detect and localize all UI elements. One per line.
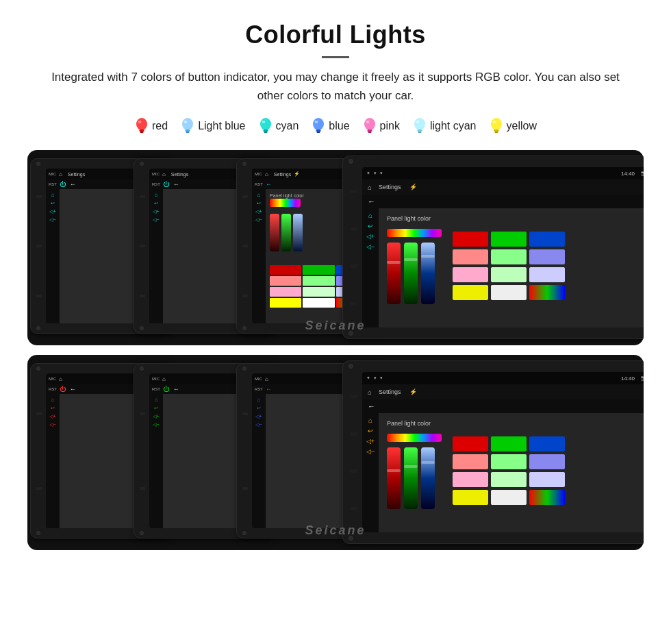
slider-handle-r8 xyxy=(387,469,401,472)
svg-rect-21 xyxy=(417,129,422,132)
title-divider xyxy=(322,56,349,58)
sb-vol2-1: ◁− xyxy=(49,217,55,223)
hw-btn-4-1 xyxy=(350,190,357,193)
sw4-lr xyxy=(453,249,488,264)
sw-lge xyxy=(303,287,334,297)
side-7: ⌂ ↩ ◁+ ◁− xyxy=(252,394,266,528)
sliders-area-8: Panel light color xyxy=(387,420,442,525)
sb2-home: ⌂ xyxy=(155,192,158,198)
slider-handle-g8 xyxy=(404,465,418,468)
color-item-cyan: cyan xyxy=(258,117,299,135)
settings-3: Settings xyxy=(274,172,291,177)
sb-home-1: ⌂ xyxy=(51,192,55,198)
hw-btn-5-1 xyxy=(36,412,42,415)
home-nav-8: ⌂ xyxy=(368,388,372,396)
hw-btn-7-2 xyxy=(242,487,248,490)
wifi-8: ▾ xyxy=(374,375,377,381)
svg-rect-14 xyxy=(317,132,320,133)
sw-pk xyxy=(270,287,301,297)
sw-g xyxy=(303,265,334,275)
svg-rect-5 xyxy=(186,129,190,132)
hw-btn-8-3 xyxy=(350,469,357,473)
notch-bl xyxy=(36,326,40,330)
color-item-lightcyan: light cyan xyxy=(412,117,477,135)
power-2: ⏻ xyxy=(163,181,169,188)
description-text: Integrated with 7 colors of button indic… xyxy=(41,68,630,105)
svg-point-7 xyxy=(184,121,188,123)
sw8-y xyxy=(453,490,488,505)
sw4-y xyxy=(453,285,488,300)
slider-green-8 xyxy=(404,447,418,509)
notch-7-bl xyxy=(242,531,246,535)
notch-6-tl xyxy=(140,367,144,371)
notch-2-tl xyxy=(140,162,144,166)
sb7-back: ↩ xyxy=(257,406,261,411)
mic-7: MIC xyxy=(255,377,262,381)
device-unit-8: ✦ ▾ ▾ 14:40 📷 🔊 ✕ ▭ ⬤ ⌂ Settings ⚡ xyxy=(342,360,644,544)
home-7: ⌂ xyxy=(265,376,268,382)
sb7-v2: ◁− xyxy=(255,422,262,428)
device-panel-row2: MIC ⌂ RST ⏻ ← ⌂ ↩ ◁+ ◁− xyxy=(27,355,644,550)
notch-5-bl xyxy=(36,531,40,535)
cam-4: 📷 xyxy=(641,171,644,176)
svg-point-23 xyxy=(416,121,419,123)
left-strip-8 xyxy=(346,372,360,532)
color-item-yellow: yellow xyxy=(489,117,537,135)
slider-blue-8 xyxy=(421,447,435,509)
sw8-lv xyxy=(529,472,565,487)
hw-btn-2-1 xyxy=(140,195,145,198)
sw4-w xyxy=(491,285,527,300)
sb2-back: ↩ xyxy=(154,201,158,206)
side-buttons-1: ⌂ ↩ ◁+ ◁− xyxy=(46,189,60,323)
sw-w xyxy=(303,298,334,308)
hw-btn-6-1 xyxy=(140,412,145,415)
power-6: ⏻ xyxy=(163,386,169,393)
panel-label-4: Panel light color xyxy=(387,215,442,222)
sb6-v2: ◁− xyxy=(153,422,159,428)
back-btn-4[interactable]: ← xyxy=(368,197,375,206)
rst-2: RST xyxy=(152,182,160,186)
svg-rect-22 xyxy=(418,132,421,133)
slider-blue-4 xyxy=(421,243,435,304)
back-row-4: ← xyxy=(362,195,644,208)
rst-3: RST xyxy=(255,182,263,186)
rainbow-bar-4 xyxy=(387,229,442,237)
page-title: Colorful Lights xyxy=(27,21,644,49)
hw-btn-3 xyxy=(36,295,42,297)
color-settings-8: Panel light color xyxy=(379,413,644,532)
sb6-home: ⌂ xyxy=(155,397,158,403)
svg-rect-6 xyxy=(186,132,190,133)
notch-4-bl xyxy=(349,331,353,336)
slider-b-3 xyxy=(293,214,303,251)
left-strip-6 xyxy=(137,373,148,528)
sw-r xyxy=(270,265,301,275)
sb8-back: ↩ xyxy=(368,428,373,434)
back-btn-8[interactable]: ← xyxy=(368,402,375,410)
bulb-icon-lightcyan xyxy=(412,117,427,135)
sw8-lb xyxy=(529,454,565,469)
mic-label-1: MIC xyxy=(49,172,56,176)
slider-g-3 xyxy=(281,214,291,251)
home-3: ⌂ xyxy=(265,171,268,177)
hw-btn-8-2 xyxy=(350,432,357,436)
mic-3: MIC xyxy=(255,172,262,176)
hw-btn-8-4 xyxy=(350,507,357,510)
time-8: 14:40 xyxy=(621,375,635,382)
back-row-8: ← xyxy=(362,399,644,413)
left-strip-1 xyxy=(34,169,45,323)
sig-8: ▾ xyxy=(380,375,383,381)
sw4-lg xyxy=(491,249,527,264)
sb3-back: ↩ xyxy=(257,201,261,206)
home-2: ⌂ xyxy=(162,171,166,177)
mic-5: MIC xyxy=(49,377,56,381)
sw8-pk xyxy=(453,472,488,487)
hw-btn-4-3 xyxy=(350,264,357,268)
color-item-red: red xyxy=(134,117,168,135)
sw4-g xyxy=(491,232,527,247)
notch-3-tl xyxy=(242,162,246,166)
svg-rect-9 xyxy=(263,129,268,132)
bulb-icon-cyan xyxy=(258,117,273,135)
hw-btn-3-3 xyxy=(242,295,248,297)
sb5-back: ↩ xyxy=(51,406,55,411)
side-8: ⌂ ↩ ◁+ ◁− xyxy=(362,413,379,532)
